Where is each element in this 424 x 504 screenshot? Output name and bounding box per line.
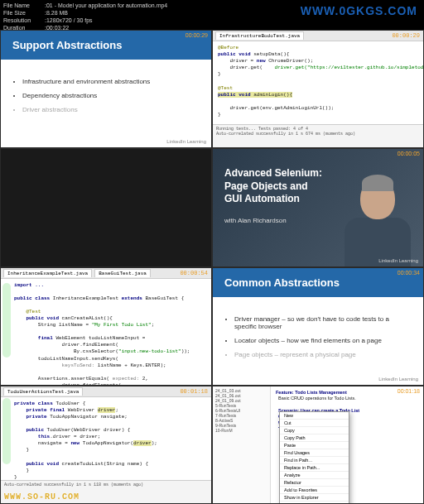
tile-video-intro[interactable]: 00:00:05 Advanced Selenium: Page Objects… [213,149,423,266]
project-tree[interactable]: 24_01_03.out 24_01_06.out 24_01_09.out 5… [213,386,271,503]
menu-item[interactable]: Replace in Path... [280,464,349,472]
resolution-value: 1280x720 / 30 fps [46,17,93,24]
menu-item[interactable]: Find Usages [280,449,349,457]
slide-title: Support Abstractions [1,31,211,60]
file-name-value: 01 - Model your application for automati… [46,2,167,9]
menu-item[interactable]: New [280,412,349,420]
presenter-name: with Alan Richardson [224,217,287,224]
menu-item[interactable]: Copy Path [280,434,349,442]
tile-slide-common[interactable]: 00:00:34 Common Abstractions Driver mana… [213,268,423,385]
menu-item[interactable]: Refactor [280,479,349,487]
test-pass-gutter [2,398,11,464]
bullet: Infrastructure and environment abstracti… [22,78,200,85]
file-size-value: 8.28 MB [46,9,68,17]
timestamp: 00:00:54 [180,270,208,276]
timestamp: 00:00:29 [392,32,420,39]
presenter-photo [338,171,417,266]
file-tab[interactable]: InfrastructureBodoTest.java [215,31,304,40]
bullet: Dependency abstractions [22,92,200,99]
brand: LinkedIn Learning [378,377,418,382]
bullet: Driver manager – so we don't have to cod… [234,315,412,330]
menu-item[interactable]: Paste [280,442,349,449]
menu-item[interactable]: Cut [280,420,349,427]
menu-item[interactable]: Find in Path... [280,457,349,464]
thumbnail-grid: 00:00:29 Support Abstractions Infrastruc… [0,30,424,504]
file-name-label: File Name [3,2,45,9]
file-tab[interactable]: InheritanceExampleTest.java [3,269,92,277]
test-console[interactable]: Running tests... Tests passed: 4 of 4 Au… [213,124,423,147]
bullet-dim: Page objects – represent a physical page [234,351,412,358]
tile-blank [1,149,211,266]
tree-item[interactable]: 10-RunM [214,428,268,433]
timestamp: 00:00:29 [186,32,208,38]
resolution-label: Resolution [3,17,45,24]
timestamp: 00:01:18 [180,388,208,395]
menu-item[interactable]: Analyze [280,472,349,479]
test-pass-gutter [2,283,11,358]
file-size-label: File Size [3,9,45,17]
file-tab[interactable]: TodoUserActionsTest.java [3,387,83,396]
code-editor[interactable]: private class TodoUser { private final W… [1,397,211,480]
bullet-dim: Driver abstractions [22,106,200,113]
menu-item[interactable]: Copy [280,427,349,434]
tile-ide-infra[interactable]: 00:00:29 InfrastructureBodoTest.java @Be… [213,31,423,147]
code-editor[interactable]: import ... public class InheritanceExamp… [1,279,211,385]
watermark-text: WWW.0GKGS.COM [301,3,417,18]
file-info-bar: File Name: 01 - Model your application f… [0,0,424,30]
menu-item[interactable]: Add to Favorites [280,487,349,494]
tile-slide-support[interactable]: 00:00:29 Support Abstractions Infrastruc… [1,31,211,147]
brand: LinkedIn Learning [378,258,418,263]
timestamp: 00:00:34 [398,270,420,276]
timestamp: 00:01:18 [398,388,420,394]
file-tab[interactable]: BaseGuiTest.java [94,269,151,277]
tile-ide-todouser[interactable]: 00:01:18 TodoUserActionsTest.java privat… [1,386,211,503]
menu-item[interactable]: Open in Terminal [280,502,349,503]
slide-title: Common Abstractions [213,268,423,297]
course-title: Advanced Selenium: Page Objects and GUI … [224,167,340,206]
tile-ide-inheritance[interactable]: 00:00:54 InheritanceExampleTest.java Bas… [1,268,211,385]
bullet: Locator objects – how we find elements o… [234,337,412,344]
bottom-watermark: WWW.SO-RU.COM [4,492,80,502]
menu-item[interactable]: Show in Explorer [280,494,349,502]
brand: LinkedIn Learning [166,139,206,144]
code-editor[interactable]: @Before public void setupData(){ driver … [213,41,423,124]
timestamp: 00:00:05 [398,151,420,156]
context-menu[interactable]: New Cut Copy Copy Path Paste Find Usages… [279,411,349,503]
tile-ide-feature[interactable]: 00:01:18 24_01_03.out 24_01_06.out 24_01… [213,386,423,503]
